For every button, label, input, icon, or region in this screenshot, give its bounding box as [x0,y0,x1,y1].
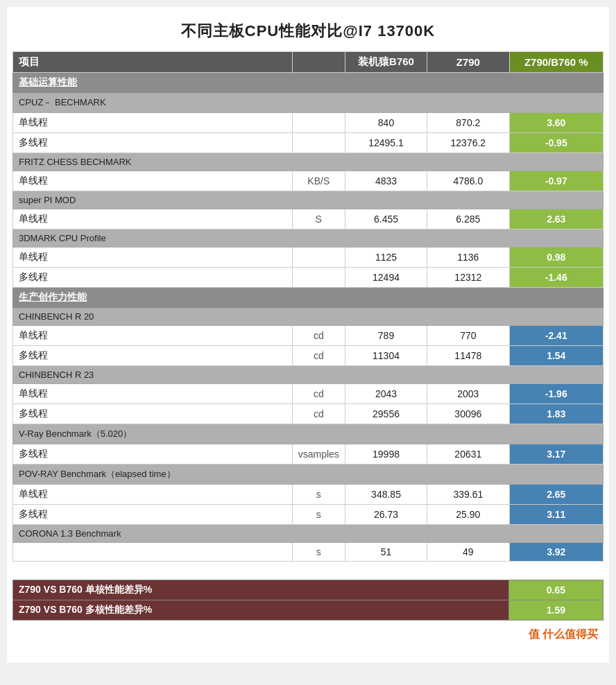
row-z790: 4786.0 [427,171,509,191]
row-pct: -1.96 [509,384,604,404]
benchmark-table: 项目 装机猿B760 Z790 Z790/B760 % 基础运算性能CPUZ－ … [12,51,604,573]
row-z790: 30096 [427,404,509,424]
row-item: 单线程 [13,326,293,346]
row-unit: cd [292,326,345,346]
table-header: 项目 装机猿B760 Z790 Z790/B760 % [13,52,604,73]
row-pct: 2.63 [509,209,604,229]
row-item: 多线程 [13,346,293,366]
row-pct: 3.92 [509,543,604,562]
summary-table: Z790 VS B760 单核性能差异%0.65Z790 VS B760 多核性… [12,580,604,621]
benchmark-subheader: 3DMARK CPU Profile [13,229,604,248]
row-b760: 26.73 [345,505,427,525]
row-item: 多线程 [13,404,293,424]
spacer-row [13,562,604,573]
row-pct: -2.41 [509,326,604,346]
col-header-pct: Z790/B760 % [509,52,604,73]
row-unit: cd [292,384,345,404]
row-z790: 11478 [427,346,509,366]
table-row: 多线程cd29556300961.83 [13,404,604,424]
table-row: 单线程cd20432003-1.96 [13,384,604,404]
row-b760: 12495.1 [345,133,427,153]
row-unit: s [292,485,345,505]
row-z790: 20631 [427,444,509,465]
benchmark-subheader: CHINBENCH R 23 [13,366,604,384]
page-title: 不同主板CPU性能对比@I7 13700K [12,14,604,51]
row-b760: 12494 [345,268,427,288]
row-b760: 789 [345,326,427,346]
row-unit: vsamples [292,444,345,465]
row-z790: 870.2 [427,113,509,133]
row-unit: s [292,543,345,562]
row-pct: -0.95 [509,133,604,153]
row-unit [292,248,345,268]
section-header-row: 基础运算性能 [13,73,604,93]
row-pct: 3.17 [509,444,604,465]
row-item: 多线程 [13,268,293,288]
benchmark-subheader: V-Ray Benchmark（5.020） [13,424,604,444]
row-item: 多线程 [13,444,293,465]
summary-row: Z790 VS B760 多核性能差异%1.59 [13,600,604,620]
row-unit: cd [292,404,345,424]
section-header-row: 生产创作力性能 [13,288,604,308]
row-b760: 2043 [345,384,427,404]
row-unit: KB/S [292,171,345,191]
row-item: 多线程 [13,133,293,153]
summary-value: 0.65 [508,580,603,600]
benchmark-subheader: FRITZ CHESS BECHMARK [13,153,604,171]
row-item: 单线程 [13,113,293,133]
col-header-item: 项目 [13,52,293,73]
row-item: 多线程 [13,505,293,525]
col-header-b760: 装机猿B760 [345,52,427,73]
row-b760: 19998 [345,444,427,465]
row-b760: 11304 [345,346,427,366]
row-z790: 12312 [427,268,509,288]
col-header-unit [292,52,345,73]
row-unit [292,268,345,288]
table-row: 多线程cd11304114781.54 [13,346,604,366]
row-b760: 1125 [345,248,427,268]
col-header-z790: Z790 [427,52,509,73]
row-item: 单线程 [13,171,293,191]
summary-label: Z790 VS B760 多核性能差异% [13,600,509,620]
row-pct: -0.97 [509,171,604,191]
row-item [13,543,293,562]
benchmark-subheader: CORONA 1.3 Benchmark [13,525,604,543]
row-z790: 25.90 [427,505,509,525]
row-unit: S [292,209,345,229]
row-pct: 3.60 [509,113,604,133]
table-row: 单线程112511360.98 [13,248,604,268]
row-b760: 29556 [345,404,427,424]
row-b760: 51 [345,543,427,562]
row-z790: 12376.2 [427,133,509,153]
row-pct: 1.54 [509,346,604,366]
row-item: 单线程 [13,248,293,268]
summary-row: Z790 VS B760 单核性能差异%0.65 [13,580,604,600]
table-row: 多线程1249412312-1.46 [13,268,604,288]
table-row: 单线程s348.85339.612.65 [13,485,604,505]
watermark: 值 什么值得买 [12,621,604,642]
row-pct: 3.11 [509,505,604,525]
row-unit: cd [292,346,345,366]
table-row: 多线程12495.112376.2-0.95 [13,133,604,153]
row-z790: 1136 [427,248,509,268]
watermark-text: 什么值得买 [542,628,598,640]
benchmark-subheader: POV-RAY Benchmark（elapsed time） [13,465,604,485]
row-pct: 0.98 [509,248,604,268]
row-pct: 1.83 [509,404,604,424]
row-z790: 49 [427,543,509,562]
row-unit [292,113,345,133]
watermark-icon: 值 [529,628,540,640]
row-z790: 2003 [427,384,509,404]
row-z790: 6.285 [427,209,509,229]
row-pct: 2.65 [509,485,604,505]
table-row: 多线程vsamples19998206313.17 [13,444,604,465]
summary-label: Z790 VS B760 单核性能差异% [13,580,509,600]
main-container: 不同主板CPU性能对比@I7 13700K 项目 装机猿B760 Z790 Z7… [7,7,609,663]
row-unit: s [292,505,345,525]
benchmark-subheader: CPUZ－ BECHMARK [13,93,604,113]
row-b760: 6.455 [345,209,427,229]
row-item: 单线程 [13,209,293,229]
table-row: 多线程s26.7325.903.11 [13,505,604,525]
table-row: 单线程840870.23.60 [13,113,604,133]
row-item: 单线程 [13,384,293,404]
